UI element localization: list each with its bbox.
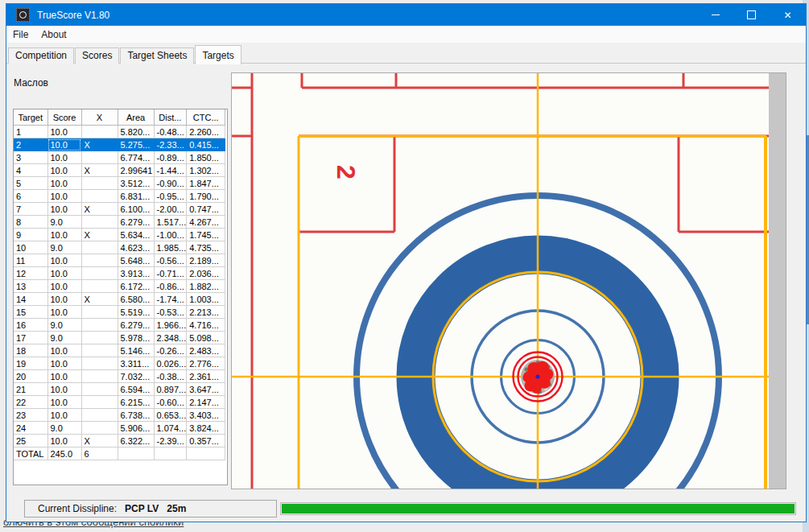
table-cell[interactable]: -0.26... — [154, 344, 187, 357]
table-cell[interactable]: 6 — [14, 190, 47, 203]
table-cell[interactable]: 2.99641 — [118, 164, 154, 177]
table-cell[interactable]: 6 — [81, 447, 118, 460]
table-cell[interactable]: 6.594... — [118, 383, 154, 396]
table-cell[interactable]: -1.74... — [154, 293, 187, 306]
table-row[interactable]: 249.05.906...1.074...3.824... — [14, 422, 225, 435]
table-cell[interactable]: 3 — [14, 151, 47, 164]
table-cell[interactable]: 21 — [14, 383, 47, 396]
table-cell[interactable] — [81, 177, 118, 190]
table-cell[interactable]: 10.0 — [47, 435, 81, 447]
table-cell[interactable]: 16 — [14, 319, 47, 332]
table-cell[interactable]: X — [81, 293, 118, 306]
table-cell[interactable]: 17 — [14, 332, 47, 344]
table-cell[interactable]: -2.00... — [154, 203, 187, 216]
table-row[interactable]: 310.06.774...-0.89...1.850... — [14, 151, 225, 164]
table-cell[interactable]: -2.39... — [154, 435, 187, 447]
column-header[interactable]: Score — [47, 109, 81, 126]
table-cell[interactable]: 2.776... — [187, 357, 225, 370]
table-cell[interactable]: 1 — [14, 126, 47, 138]
table-cell[interactable]: 4.735... — [187, 241, 225, 254]
table-cell[interactable]: 3.403... — [187, 409, 225, 422]
column-header[interactable]: Area — [118, 109, 154, 126]
table-cell[interactable] — [81, 306, 118, 319]
table-cell[interactable]: -2.33... — [154, 138, 187, 151]
table-cell[interactable]: 0.026... — [154, 357, 187, 370]
table-cell[interactable]: 11 — [14, 254, 47, 267]
table-cell[interactable]: 1.850... — [187, 151, 225, 164]
table-cell[interactable]: 9.0 — [47, 216, 81, 229]
table-cell[interactable] — [81, 383, 118, 396]
table-cell[interactable]: X — [81, 435, 118, 447]
table-cell[interactable]: 10.0 — [47, 164, 81, 177]
table-cell[interactable]: 10.0 — [47, 267, 81, 280]
table-cell[interactable]: 1.074... — [154, 422, 187, 435]
table-cell[interactable] — [118, 447, 154, 460]
table-cell[interactable]: -0.53... — [154, 306, 187, 319]
table-cell[interactable]: 0.747... — [187, 203, 225, 216]
table-cell[interactable]: 245.0 — [47, 447, 81, 460]
table-cell[interactable] — [81, 280, 118, 293]
table-row[interactable]: 169.06.279...1.966...4.716... — [14, 319, 225, 332]
table-cell[interactable] — [81, 422, 118, 435]
table-cell[interactable]: 13 — [14, 280, 47, 293]
table-cell[interactable]: 12 — [14, 267, 47, 280]
table-row[interactable]: 1210.03.913...-0.71...2.036... — [14, 267, 225, 280]
table-cell[interactable]: 10.0 — [47, 254, 81, 267]
table-cell[interactable]: 10 — [14, 241, 47, 254]
table-cell[interactable]: -0.60... — [154, 396, 187, 409]
table-cell[interactable]: 6.774... — [118, 151, 154, 164]
table-row[interactable]: 1310.06.172...-0.86...1.882... — [14, 280, 225, 293]
table-cell[interactable]: 15 — [14, 306, 47, 319]
table-cell[interactable]: 10.0 — [47, 138, 81, 151]
table-cell[interactable]: 1.745... — [187, 229, 225, 241]
table-cell[interactable]: 3.512... — [118, 177, 154, 190]
table-cell[interactable]: 10.0 — [47, 151, 81, 164]
table-cell[interactable]: 0.357... — [187, 435, 225, 447]
table-row[interactable]: 910.0X5.634...-1.00...1.745... — [14, 229, 225, 241]
table-cell[interactable]: 1.966... — [154, 319, 187, 332]
column-header[interactable]: CTC... — [187, 109, 225, 126]
table-cell[interactable]: 5.906... — [118, 422, 154, 435]
scores-table[interactable]: TargetScoreXAreaDist...CTC... 110.05.820… — [14, 109, 225, 460]
table-cell[interactable]: 6.215... — [118, 396, 154, 409]
table-cell[interactable]: 5.648... — [118, 254, 154, 267]
table-cell[interactable]: 9.0 — [47, 319, 81, 332]
column-header[interactable]: X — [81, 109, 118, 126]
table-row[interactable]: 2210.06.215...-0.60...2.147... — [14, 396, 225, 409]
table-row[interactable]: 1410.0X6.580...-1.74...1.003... — [14, 293, 225, 306]
table-cell[interactable]: 10.0 — [47, 344, 81, 357]
table-cell[interactable]: 1.790... — [187, 190, 225, 203]
table-row[interactable]: 1910.03.311...0.026...2.776... — [14, 357, 225, 370]
table-cell[interactable]: -0.56... — [154, 254, 187, 267]
total-row[interactable]: TOTAL245.06 — [14, 447, 225, 460]
table-cell[interactable]: 2.189... — [187, 254, 225, 267]
table-cell[interactable]: 10.0 — [47, 383, 81, 396]
table-cell[interactable]: 6.322... — [118, 435, 154, 447]
table-cell[interactable]: 4 — [14, 164, 47, 177]
table-cell[interactable]: -0.71... — [154, 267, 187, 280]
table-cell[interactable]: 25 — [14, 435, 47, 447]
table-cell[interactable]: 2.483... — [187, 344, 225, 357]
table-row[interactable]: 179.05.978...2.348...5.098... — [14, 332, 225, 344]
table-cell[interactable]: 2.361... — [187, 370, 225, 383]
table-row[interactable]: 210.0X5.275...-2.33...0.415... — [14, 138, 225, 151]
table-row[interactable]: 89.06.279...1.517...4.267... — [14, 216, 225, 229]
menu-about[interactable]: About — [35, 27, 72, 42]
table-cell[interactable] — [81, 126, 118, 138]
table-cell[interactable]: 4.716... — [187, 319, 225, 332]
table-cell[interactable]: 10.0 — [47, 190, 81, 203]
table-cell[interactable]: 5.519... — [118, 306, 154, 319]
table-cell[interactable] — [81, 370, 118, 383]
table-row[interactable]: 710.0X6.100...-2.00...0.747... — [14, 203, 225, 216]
table-cell[interactable] — [81, 267, 118, 280]
close-button[interactable]: ✕ — [770, 4, 806, 26]
table-cell[interactable]: -0.86... — [154, 280, 187, 293]
table-cell[interactable] — [81, 216, 118, 229]
table-cell[interactable]: 10.0 — [47, 293, 81, 306]
tab-scores[interactable]: Scores — [75, 47, 119, 64]
maximize-button[interactable] — [733, 4, 770, 26]
table-cell[interactable]: -0.95... — [154, 190, 187, 203]
table-cell[interactable]: 2.260... — [187, 126, 225, 138]
table-row[interactable]: 2110.06.594...0.897...3.647... — [14, 383, 225, 396]
table-cell[interactable]: 8 — [14, 216, 47, 229]
